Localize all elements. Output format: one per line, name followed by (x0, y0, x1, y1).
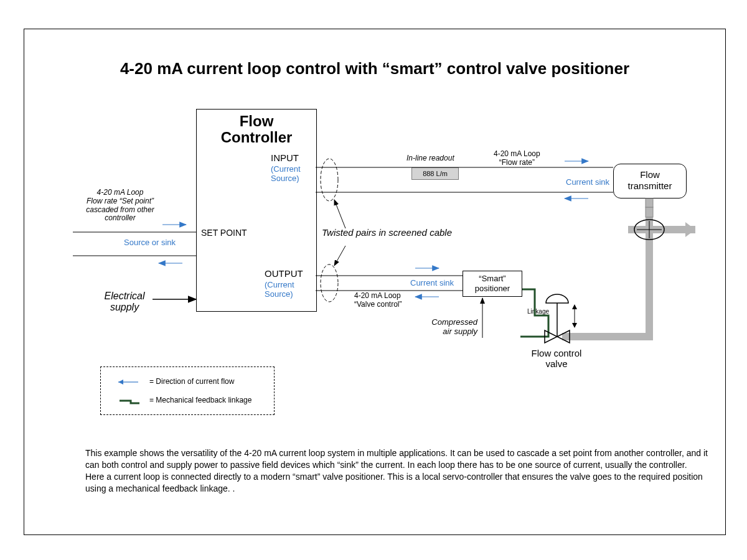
output-sublabel: (Current Source) (265, 281, 308, 299)
loop-valvecontrol-1: 4-20 mA Loop (354, 291, 401, 300)
positioner-l2: positioner (475, 284, 510, 293)
input-label: INPUT (271, 152, 299, 163)
controller-title-2: Controller (221, 129, 293, 146)
page: 4-20 mA current loop control with “smart… (0, 0, 747, 560)
output-label: OUTPUT (265, 268, 303, 279)
positioner-l1: “Smart” (479, 274, 505, 283)
svg-marker-28 (572, 323, 577, 328)
current-sink-positioner-label: Current sink (410, 278, 454, 287)
svg-marker-27 (572, 304, 577, 309)
source-or-sink-label: Source or sink (124, 238, 176, 247)
svg-rect-5 (646, 207, 653, 217)
readout-value: 888 L/m (411, 167, 459, 180)
svg-line-22 (334, 200, 345, 228)
smart-positioner-box: “Smart” positioner (463, 271, 522, 297)
loop-flowrate-label: 4-20 mA Loop “Flow rate” (494, 150, 540, 167)
svg-marker-1 (118, 380, 123, 385)
legend-arrow-text: = Direction of current flow (149, 377, 234, 386)
controller-title-1: Flow (240, 113, 274, 129)
twisted-pairs-label: Twisted pairs in screened cable (322, 227, 452, 238)
input-sublabel: (Current Source) (271, 165, 314, 184)
setpoint-label-text: SET POINT (201, 228, 247, 238)
flow-transmitter-box: Flow transmitter (613, 164, 687, 198)
current-sink-transmitter-label: Current sink (566, 177, 609, 187)
transmitter-l1: Flow (640, 169, 660, 180)
setpoint-note-4: controller (105, 213, 135, 222)
compressed-air-label: Compressed air supply (421, 318, 477, 337)
loop-flowrate-1: 4-20 mA Loop (494, 149, 540, 158)
setpoint-note-1: 4-20 mA Loop (97, 188, 144, 197)
readout-label: In-line readout (406, 154, 454, 162)
legend-link-text: = Mechanical feedback linkage (149, 396, 251, 404)
loop-valvecontrol-2: “Valve control” (354, 300, 402, 309)
diagram-title: 4-20 mA current loop control with “smart… (24, 59, 725, 78)
setpoint-note-2: Flow rate “Set point” (87, 197, 154, 205)
diagram-frame: 4-20 mA current loop control with “smart… (24, 29, 726, 535)
svg-rect-6 (646, 198, 653, 207)
controller-title: Flow Controller (197, 110, 316, 146)
svg-marker-4 (685, 222, 695, 237)
svg-line-23 (334, 246, 345, 266)
setpoint-label: SET POINT (201, 228, 247, 238)
svg-point-30 (634, 220, 664, 240)
linkage-label: Linkage (527, 308, 549, 315)
transmitter-l2: transmitter (628, 180, 672, 191)
setpoint-note: 4-20 mA Loop Flow rate “Set point” casca… (70, 189, 170, 223)
loop-flowrate-2: “Flow rate” (499, 158, 535, 167)
description-text: This example shows the versatility of th… (85, 447, 714, 495)
legend-graphics (101, 367, 274, 414)
svg-point-20 (321, 159, 338, 201)
flow-control-valve-label: Flow control valve (522, 348, 591, 370)
setpoint-note-3: cascaded from other (86, 205, 154, 214)
electrical-supply-label: Electrical supply (96, 291, 153, 312)
svg-point-21 (321, 264, 338, 302)
legend-box: = Direction of current flow = Mechanical… (100, 366, 275, 415)
loop-valvecontrol-label: 4-20 mA Loop “Valve control” (354, 292, 402, 309)
